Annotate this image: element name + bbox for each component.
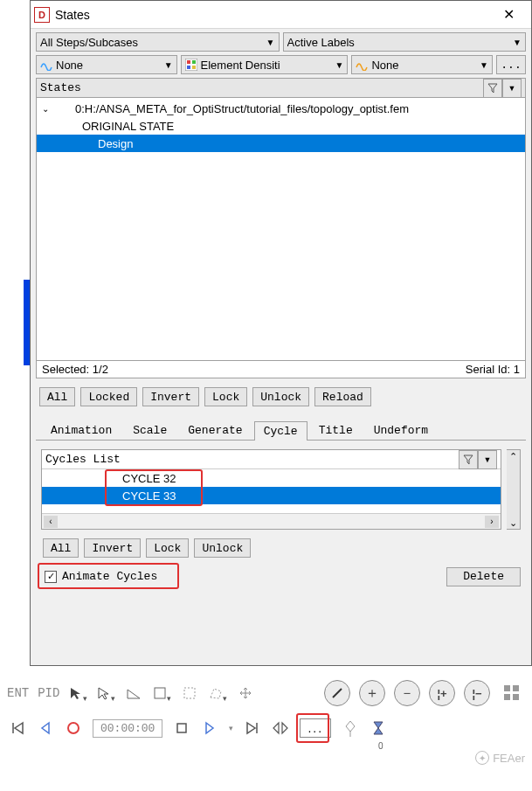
selected-count-label: Selected: 1/2 — [42, 363, 466, 376]
tree-root-row[interactable]: ⌄ 0:H:/ANSA_META_for_OptiStruct/tutorial… — [37, 100, 525, 117]
skip-start-button[interactable] — [9, 719, 26, 737]
serial-id-label: Serial Id: 1 — [466, 363, 520, 376]
svg-rect-2 — [192, 60, 196, 64]
move-icon[interactable] — [236, 683, 255, 703]
step-pair-button[interactable] — [272, 719, 289, 737]
cycles-unlock-button[interactable]: Unlock — [194, 538, 251, 558]
watermark: ✦ FEAer — [475, 751, 525, 765]
states-button-row: All Locked Invert Lock Unlock Reload — [36, 382, 526, 412]
cycles-box: Cycles List ▼ CYCLE 32 CYCLE 33 ‹ › — [41, 449, 501, 530]
tab-title[interactable]: Title — [309, 420, 363, 440]
cycles-lock-button[interactable]: Lock — [146, 538, 189, 558]
stop-button[interactable] — [173, 719, 190, 737]
element-density-combo[interactable]: Element Densiti▼ — [181, 55, 349, 74]
minus-button[interactable]: － — [394, 680, 420, 706]
cycle-32-row[interactable]: CYCLE 32 — [42, 469, 501, 487]
filter-icon-button[interactable] — [483, 79, 502, 98]
bottom-toolbar: ENT PID ▾ ▾ ▾ ▾ ＋ － ¦+ ¦− 00:00:00 ▾ ... — [0, 675, 532, 791]
animate-row: ✓ Animate Cycles Delete — [36, 563, 526, 590]
zero-label: 0 — [378, 741, 383, 751]
pid-label: PID — [38, 686, 59, 700]
lock-button[interactable]: Lock — [204, 387, 247, 406]
play-button[interactable] — [201, 719, 218, 737]
wave-blue-icon — [40, 59, 52, 71]
animate-cycles-checkbox[interactable]: ✓ — [45, 571, 57, 583]
tab-cycle[interactable]: Cycle — [254, 421, 307, 441]
locked-button[interactable]: Locked — [80, 387, 137, 406]
line-tool-button[interactable] — [324, 680, 350, 706]
tab-scale[interactable]: Scale — [123, 420, 176, 440]
active-labels-combo[interactable]: Active Labels▼ — [283, 32, 527, 52]
ellipsis-button[interactable]: ... — [300, 718, 331, 738]
rainbow-square-icon — [185, 59, 197, 71]
toolbar-row-1: ENT PID ▾ ▾ ▾ ▾ ＋ － ¦+ ¦− — [0, 675, 532, 711]
cycle-33-row[interactable]: CYCLE 33 — [42, 487, 501, 504]
cycles-filter-button[interactable] — [459, 450, 478, 469]
cycles-hscroll[interactable]: ‹ › — [42, 513, 501, 529]
wave-orange-icon — [356, 59, 368, 71]
chevron-down-icon[interactable]: ⌄ — [42, 104, 54, 114]
cycles-list[interactable]: CYCLE 32 CYCLE 33 — [42, 469, 501, 513]
hourglass-icon[interactable] — [370, 719, 387, 737]
svg-rect-6 — [184, 688, 195, 698]
unlock-button[interactable]: Unlock — [252, 387, 309, 406]
svg-rect-4 — [192, 66, 196, 69]
step-back-button[interactable] — [37, 719, 54, 737]
states-tree[interactable]: ⌄ 0:H:/ANSA_META_for_OptiStruct/tutorial… — [37, 98, 525, 360]
animate-cycles-label: Animate Cycles — [62, 570, 157, 583]
window-title: States — [55, 8, 489, 22]
svg-rect-13 — [177, 724, 186, 732]
more-button[interactable]: ... — [496, 55, 526, 74]
dashed-square-icon[interactable] — [180, 683, 199, 703]
all-button[interactable]: All — [39, 387, 75, 406]
svg-line-7 — [333, 689, 342, 697]
tab-undeform[interactable]: Undeform — [364, 420, 438, 440]
watermark-logo-icon: ✦ — [475, 751, 489, 765]
minus-bold-button[interactable]: ¦− — [464, 680, 490, 706]
square-icon[interactable]: ▾ — [152, 683, 171, 703]
cycles-invert-button[interactable]: Invert — [84, 538, 141, 558]
ent-label: ENT — [7, 686, 29, 700]
cursor-icon[interactable]: ▾ — [68, 683, 87, 703]
cycles-button-row: All Invert Lock Unlock — [36, 533, 526, 563]
plus-bold-button[interactable]: ¦+ — [429, 680, 455, 706]
marker-down-icon[interactable] — [342, 719, 359, 737]
states-header-label: States — [40, 81, 483, 94]
grid-icon[interactable] — [499, 683, 525, 703]
close-button[interactable]: ✕ — [489, 2, 528, 28]
svg-rect-11 — [513, 694, 519, 700]
filter3-combo[interactable]: None▼ — [351, 55, 493, 74]
cursor-alt-icon[interactable]: ▾ — [96, 683, 115, 703]
svg-rect-9 — [513, 685, 519, 691]
skip-end-button[interactable] — [244, 719, 261, 737]
plus-button[interactable]: ＋ — [359, 680, 385, 706]
tab-animation[interactable]: Animation — [41, 420, 121, 440]
cycles-all-button[interactable]: All — [43, 538, 79, 558]
angle-icon[interactable] — [124, 683, 143, 703]
vscroll-down-icon[interactable]: ⌄ — [507, 517, 519, 529]
filter1-combo[interactable]: None▼ — [36, 55, 177, 74]
polygon-icon[interactable]: ▾ — [208, 683, 227, 703]
states-window: D States ✕ All Steps/Subcases▼ Active La… — [30, 0, 532, 666]
cycles-options-button[interactable]: ▼ — [478, 450, 497, 469]
scroll-right-icon[interactable]: › — [485, 516, 499, 528]
reload-button[interactable]: Reload — [314, 387, 371, 406]
time-display: 00:00:00 — [93, 719, 162, 738]
options-caret-button[interactable]: ▼ — [502, 79, 522, 98]
scroll-left-icon[interactable]: ‹ — [44, 516, 58, 528]
tabs: Animation Scale Generate Cycle Title Und… — [36, 412, 526, 441]
svg-rect-1 — [187, 60, 190, 64]
tree-design-row[interactable]: Design — [37, 135, 525, 152]
svg-rect-3 — [187, 66, 190, 69]
status-row: Selected: 1/2 Serial Id: 1 — [37, 360, 525, 378]
record-button[interactable] — [65, 719, 82, 737]
tree-original-state-row[interactable]: ORIGINAL STATE — [37, 117, 525, 135]
invert-button[interactable]: Invert — [142, 387, 199, 406]
states-header: States ▼ — [37, 79, 525, 98]
tab-generate[interactable]: Generate — [178, 420, 252, 440]
delete-button[interactable]: Delete — [446, 567, 521, 586]
svg-rect-10 — [504, 694, 510, 700]
states-box: States ▼ ⌄ 0:H:/ANSA_META_for_OptiStruct… — [36, 78, 526, 378]
steps-subcases-combo[interactable]: All Steps/Subcases▼ — [36, 32, 280, 52]
vscroll-up-icon[interactable]: ⌃ — [507, 450, 519, 462]
